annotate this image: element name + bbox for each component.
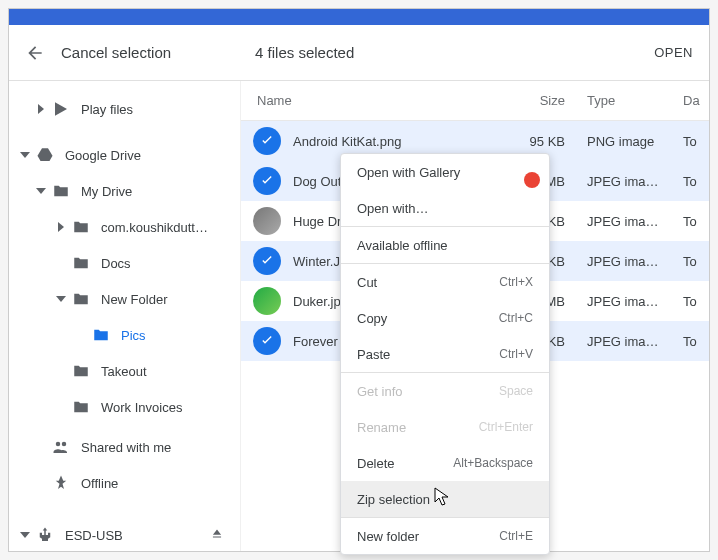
file-type: JPEG ima… <box>579 174 679 189</box>
ctx-paste[interactable]: PasteCtrl+V <box>341 336 549 372</box>
sidebar-label: Shared with me <box>81 440 171 455</box>
ctx-cut[interactable]: CutCtrl+X <box>341 264 549 300</box>
col-size[interactable]: Size <box>509 93 579 108</box>
red-badge-icon <box>524 172 540 188</box>
check-icon <box>253 327 281 355</box>
folder-icon <box>71 289 91 309</box>
file-date: To <box>679 174 709 189</box>
eject-icon[interactable] <box>210 527 224 544</box>
chevron-down-icon[interactable] <box>51 294 71 304</box>
play-icon <box>51 99 71 119</box>
check-icon <box>253 127 281 155</box>
sidebar-item-docs[interactable]: Docs <box>9 245 240 281</box>
check-icon <box>253 167 281 195</box>
file-date: To <box>679 134 709 149</box>
sidebar: Play files Google Drive My Drive com.kou… <box>9 81 241 551</box>
folder-icon <box>51 181 71 201</box>
file-date: To <box>679 294 709 309</box>
sidebar-item-pics[interactable]: Pics <box>9 317 240 353</box>
sidebar-item-com-koushik[interactable]: com.koushikdutt… <box>9 209 240 245</box>
col-name[interactable]: Name <box>241 93 509 108</box>
ctx-open-with[interactable]: Open with… <box>341 190 549 226</box>
titlebar <box>9 9 709 25</box>
chevron-right-icon[interactable] <box>31 104 51 114</box>
file-date: To <box>679 214 709 229</box>
file-type: JPEG ima… <box>579 334 679 349</box>
cancel-selection-label[interactable]: Cancel selection <box>61 44 171 61</box>
file-type: JPEG ima… <box>579 214 679 229</box>
drive-icon <box>35 145 55 165</box>
sidebar-item-new-folder[interactable]: New Folder <box>9 281 240 317</box>
file-type: JPEG ima… <box>579 294 679 309</box>
sidebar-label: Takeout <box>101 364 147 379</box>
sidebar-item-play-files[interactable]: Play files <box>9 91 240 127</box>
ctx-copy[interactable]: CopyCtrl+C <box>341 300 549 336</box>
chevron-right-icon[interactable] <box>51 222 71 232</box>
file-date: To <box>679 254 709 269</box>
ctx-available-offline[interactable]: Available offline <box>341 227 549 263</box>
chevron-down-icon[interactable] <box>15 530 35 540</box>
sidebar-item-esd-usb[interactable]: ESD-USB <box>9 517 240 551</box>
chevron-down-icon[interactable] <box>31 186 51 196</box>
open-button[interactable]: OPEN <box>654 45 693 60</box>
ctx-rename: RenameCtrl+Enter <box>341 409 549 445</box>
sidebar-label: Offline <box>81 476 118 491</box>
people-icon <box>51 437 71 457</box>
column-headers: Name Size Type Da <box>241 81 709 121</box>
sidebar-label: Work Invoices <box>101 400 182 415</box>
sidebar-label: Play files <box>81 102 133 117</box>
sidebar-item-shared[interactable]: Shared with me <box>9 429 240 465</box>
sidebar-label: ESD-USB <box>65 528 123 543</box>
sidebar-label: Docs <box>101 256 131 271</box>
ctx-delete[interactable]: DeleteAlt+Backspace <box>341 445 549 481</box>
file-size: 95 KB <box>509 134 579 149</box>
folder-icon <box>71 361 91 381</box>
check-icon <box>253 247 281 275</box>
back-arrow-icon[interactable] <box>25 43 45 63</box>
chevron-down-icon[interactable] <box>15 150 35 160</box>
sidebar-label: Google Drive <box>65 148 141 163</box>
cursor-icon <box>434 487 450 510</box>
folder-icon <box>91 325 111 345</box>
ctx-get-info: Get infoSpace <box>341 373 549 409</box>
ctx-open-gallery[interactable]: Open with Gallery <box>341 154 549 190</box>
pin-icon <box>51 473 71 493</box>
sidebar-item-work-invoices[interactable]: Work Invoices <box>9 389 240 425</box>
col-date[interactable]: Da <box>679 93 709 108</box>
selection-count: 4 files selected <box>255 44 638 61</box>
sidebar-label: My Drive <box>81 184 132 199</box>
ctx-new-folder[interactable]: New folderCtrl+E <box>341 518 549 554</box>
file-name: Android KitKat.png <box>293 134 509 149</box>
topbar: Cancel selection 4 files selected OPEN <box>9 25 709 81</box>
file-type: JPEG ima… <box>579 254 679 269</box>
file-thumbnail <box>253 287 281 315</box>
folder-icon <box>71 397 91 417</box>
file-date: To <box>679 334 709 349</box>
sidebar-label: New Folder <box>101 292 167 307</box>
sidebar-item-my-drive[interactable]: My Drive <box>9 173 240 209</box>
sidebar-item-google-drive[interactable]: Google Drive <box>9 137 240 173</box>
file-thumbnail <box>253 207 281 235</box>
usb-icon <box>35 525 55 545</box>
file-type: PNG image <box>579 134 679 149</box>
sidebar-item-offline[interactable]: Offline <box>9 465 240 501</box>
folder-icon <box>71 217 91 237</box>
sidebar-label: Pics <box>121 328 146 343</box>
folder-icon <box>71 253 91 273</box>
sidebar-label: com.koushikdutt… <box>101 220 208 235</box>
sidebar-item-takeout[interactable]: Takeout <box>9 353 240 389</box>
col-type[interactable]: Type <box>579 93 679 108</box>
